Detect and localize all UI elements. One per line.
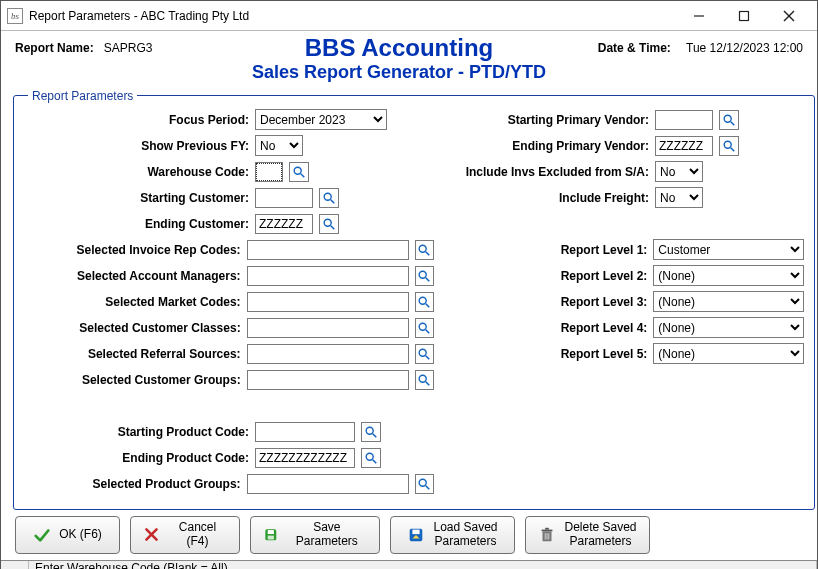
svg-line-11 [426, 252, 430, 256]
svg-point-24 [366, 453, 373, 460]
level1-select[interactable]: Customer [653, 239, 804, 260]
svg-point-10 [420, 245, 427, 252]
sel-cust-classes-label: Selected Customer Classes: [24, 321, 241, 335]
sel-cust-groups-lookup-button[interactable] [415, 370, 434, 390]
search-icon [722, 113, 736, 127]
minimize-icon [693, 10, 705, 22]
trash-icon [538, 526, 556, 544]
svg-line-21 [426, 382, 430, 386]
sel-prod-groups-input[interactable] [247, 474, 409, 494]
sel-account-mgr-lookup-button[interactable] [415, 266, 434, 286]
svg-point-26 [420, 479, 427, 486]
status-message: Enter Warehouse Code (Blank = All) [29, 561, 817, 569]
sel-referral-input[interactable] [247, 344, 409, 364]
level5-select[interactable]: (None) [653, 343, 804, 364]
sel-cust-classes-lookup-button[interactable] [415, 318, 434, 338]
level3-select[interactable]: (None) [653, 291, 804, 312]
warehouse-code-input[interactable] [255, 162, 283, 182]
ending-customer-lookup-button[interactable] [319, 214, 339, 234]
ending-vendor-lookup-button[interactable] [719, 136, 739, 156]
svg-line-9 [331, 226, 335, 230]
include-freight-select[interactable]: No [655, 187, 703, 208]
sel-market-codes-input[interactable] [247, 292, 409, 312]
delete-parameters-button[interactable]: Delete Saved Parameters [525, 516, 650, 554]
svg-rect-1 [739, 11, 748, 20]
header-center: BBS Accounting Sales Report Generator - … [225, 35, 573, 85]
search-icon [364, 425, 378, 439]
sel-prod-groups-lookup-button[interactable] [415, 474, 434, 494]
minimize-button[interactable] [676, 1, 721, 30]
ok-button[interactable]: OK (F6) [15, 516, 120, 554]
search-icon [417, 243, 431, 257]
ending-product-lookup-button[interactable] [361, 448, 381, 468]
search-icon [417, 477, 431, 491]
svg-line-19 [426, 356, 430, 360]
svg-point-22 [366, 427, 373, 434]
level4-select[interactable]: (None) [653, 317, 804, 338]
cancel-button[interactable]: Cancel (F4) [130, 516, 240, 554]
check-icon [33, 526, 51, 544]
search-icon [417, 347, 431, 361]
close-button[interactable] [766, 1, 811, 30]
save-parameters-button[interactable]: Save Parameters [250, 516, 380, 554]
level2-label: Report Level 2: [464, 269, 647, 283]
search-icon [417, 269, 431, 283]
save-icon [263, 526, 279, 544]
search-icon [417, 373, 431, 387]
app-title: BBS Accounting [225, 35, 573, 61]
close-icon [783, 10, 795, 22]
svg-point-20 [420, 375, 427, 382]
sel-invoice-rep-lookup-button[interactable] [415, 240, 434, 260]
starting-product-input[interactable] [255, 422, 355, 442]
svg-line-5 [301, 174, 305, 178]
search-icon [722, 139, 736, 153]
maximize-button[interactable] [721, 1, 766, 30]
warehouse-code-lookup-button[interactable] [289, 162, 309, 182]
status-bar: Enter Warehouse Code (Blank = All) [1, 560, 817, 569]
sel-account-mgr-input[interactable] [247, 266, 409, 286]
report-name-value: SAPRG3 [104, 41, 153, 55]
svg-rect-42 [546, 528, 550, 530]
ending-customer-input[interactable] [255, 214, 313, 234]
ending-vendor-input[interactable] [655, 136, 713, 156]
search-icon [322, 191, 336, 205]
sel-cust-classes-input[interactable] [247, 318, 409, 338]
starting-product-lookup-button[interactable] [361, 422, 381, 442]
report-name-block: Report Name: SAPRG3 [15, 35, 225, 55]
datetime-label: Date & Time: [598, 41, 671, 55]
sel-invoice-rep-input[interactable] [247, 240, 409, 260]
focus-period-select[interactable]: December 2023 [255, 109, 387, 130]
svg-line-23 [373, 434, 377, 438]
include-invs-select[interactable]: No [655, 161, 703, 182]
ending-product-label: Ending Product Code: [24, 451, 249, 465]
svg-point-8 [324, 219, 331, 226]
svg-rect-41 [542, 529, 553, 531]
sel-market-codes-lookup-button[interactable] [415, 292, 434, 312]
svg-point-18 [420, 349, 427, 356]
spacer [464, 213, 804, 235]
sel-market-codes-label: Selected Market Codes: [24, 295, 241, 309]
starting-customer-input[interactable] [255, 188, 313, 208]
ending-vendor-label: Ending Primary Vendor: [464, 139, 649, 153]
report-subtitle: Sales Report Generator - PTD/YTD [225, 61, 573, 84]
show-prev-fy-select[interactable]: No [255, 135, 303, 156]
svg-line-7 [331, 200, 335, 204]
ending-product-input[interactable] [255, 448, 355, 468]
right-column: Starting Primary Vendor: Ending Primary … [464, 109, 804, 495]
level3-label: Report Level 3: [464, 295, 647, 309]
starting-vendor-input[interactable] [655, 110, 713, 130]
svg-line-27 [426, 486, 430, 490]
maximize-icon [738, 10, 750, 22]
starting-vendor-lookup-button[interactable] [719, 110, 739, 130]
level2-select[interactable]: (None) [653, 265, 804, 286]
starting-customer-lookup-button[interactable] [319, 188, 339, 208]
report-parameters-group: Report Parameters Focus Period: December… [13, 89, 815, 510]
search-icon [417, 321, 431, 335]
sel-cust-groups-input[interactable] [247, 370, 409, 390]
app-window: bs Report Parameters - ABC Trading Pty L… [0, 0, 818, 569]
sel-referral-lookup-button[interactable] [415, 344, 434, 364]
ending-customer-label: Ending Customer: [24, 217, 249, 231]
report-name-label: Report Name: [15, 41, 94, 55]
load-parameters-button[interactable]: Load Saved Parameters [390, 516, 515, 554]
svg-line-13 [426, 278, 430, 282]
